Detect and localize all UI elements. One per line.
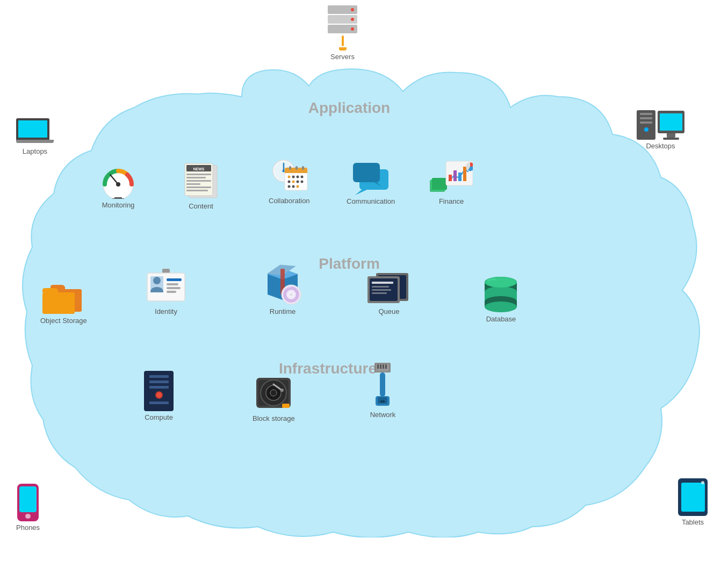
- runtime-icon: [263, 263, 302, 305]
- laptops-label: Laptops: [23, 147, 47, 155]
- svg-rect-4: [112, 198, 124, 199]
- svg-point-67: [290, 293, 293, 296]
- svg-rect-39: [353, 163, 380, 182]
- svg-rect-95: [380, 364, 381, 369]
- network-label: Network: [370, 411, 396, 419]
- content-label: Content: [189, 202, 213, 210]
- collaboration-label: Collaboration: [269, 197, 310, 205]
- svg-point-27: [292, 176, 295, 178]
- svg-rect-45: [449, 175, 452, 181]
- servers-item: Servers: [328, 5, 357, 61]
- tablets-icon: [678, 478, 708, 516]
- svg-rect-74: [372, 289, 391, 291]
- tablets-label: Tablets: [682, 518, 704, 526]
- svg-rect-58: [167, 287, 181, 289]
- runtime-item: Runtime: [263, 263, 302, 315]
- svg-rect-11: [186, 180, 211, 182]
- tablets-item: Tablets: [678, 478, 708, 526]
- svg-rect-23: [289, 166, 291, 170]
- phones-label: Phones: [16, 523, 40, 532]
- compute-icon: [144, 371, 174, 411]
- svg-rect-9: [186, 174, 211, 175]
- network-item: Network: [368, 363, 398, 419]
- identity-item: Identity: [145, 269, 187, 315]
- svg-point-34: [288, 185, 291, 188]
- database-icon: [481, 274, 521, 313]
- servers-label: Servers: [330, 53, 355, 61]
- svg-rect-12: [186, 183, 200, 185]
- svg-rect-57: [167, 283, 178, 285]
- communication-item: Communication: [347, 159, 395, 205]
- svg-point-32: [297, 181, 299, 183]
- finance-item: Finance: [430, 159, 473, 205]
- database-item: Database: [481, 274, 521, 323]
- svg-point-2: [116, 182, 120, 186]
- svg-rect-46: [453, 170, 457, 181]
- application-label: Application: [269, 99, 430, 117]
- monitoring-label: Monitoring: [102, 201, 135, 209]
- object-storage-item: Object Storage: [40, 279, 87, 325]
- svg-rect-25: [302, 166, 304, 170]
- servers-icon: [328, 5, 357, 51]
- compute-label: Compute: [145, 413, 173, 421]
- svg-rect-96: [383, 364, 384, 369]
- desktops-item: Desktops: [637, 110, 684, 150]
- monitoring-icon: [99, 164, 137, 199]
- svg-rect-56: [167, 278, 182, 281]
- communication-label: Communication: [347, 197, 395, 205]
- svg-point-82: [485, 302, 517, 312]
- svg-rect-14: [186, 190, 208, 191]
- svg-rect-43: [432, 178, 447, 190]
- svg-point-83: [485, 277, 517, 288]
- monitoring-item: Monitoring: [99, 164, 137, 209]
- svg-point-55: [153, 277, 161, 284]
- svg-point-31: [292, 181, 295, 183]
- collaboration-item: Collaboration: [269, 156, 310, 205]
- svg-rect-94: [377, 364, 379, 369]
- svg-rect-51: [42, 292, 75, 314]
- collaboration-icon: [270, 156, 308, 195]
- svg-point-35: [292, 185, 295, 188]
- svg-point-88: [270, 390, 277, 396]
- svg-point-90: [280, 389, 284, 392]
- identity-label: Identity: [155, 307, 177, 315]
- block-storage-icon: [254, 374, 293, 412]
- queue-icon: [365, 269, 413, 305]
- svg-rect-13: [186, 186, 211, 188]
- desktops-icon: [637, 110, 684, 140]
- svg-point-30: [288, 181, 291, 183]
- svg-point-36: [297, 185, 299, 188]
- identity-icon: [145, 269, 187, 305]
- svg-rect-97: [385, 364, 387, 369]
- compute-item: Compute: [144, 371, 174, 421]
- laptops-item: Laptops: [16, 118, 54, 155]
- queue-item: Queue: [365, 269, 413, 315]
- block-storage-item: Block storage: [253, 374, 295, 422]
- desktops-label: Desktops: [646, 142, 675, 150]
- phones-item: Phones: [16, 484, 40, 532]
- svg-point-26: [288, 176, 291, 178]
- svg-rect-22: [285, 171, 307, 173]
- svg-rect-10: [186, 177, 206, 178]
- svg-rect-75: [372, 292, 387, 294]
- finance-icon: [430, 159, 473, 195]
- svg-text:NEWS: NEWS: [193, 167, 205, 171]
- svg-point-33: [301, 181, 304, 183]
- cloud-shape: [16, 64, 709, 537]
- laptops-icon: [16, 118, 54, 145]
- object-storage-label: Object Storage: [40, 317, 87, 325]
- svg-rect-59: [167, 291, 176, 293]
- block-storage-label: Block storage: [253, 414, 295, 422]
- finance-label: Finance: [439, 197, 464, 205]
- svg-rect-91: [282, 404, 290, 408]
- svg-rect-47: [458, 173, 462, 181]
- queue-label: Queue: [378, 307, 399, 315]
- svg-point-28: [297, 176, 299, 178]
- communication-icon: [350, 159, 392, 195]
- svg-rect-72: [372, 282, 393, 284]
- content-icon: NEWS: [183, 161, 219, 200]
- svg-point-29: [301, 176, 304, 178]
- svg-rect-101: [380, 400, 385, 403]
- network-icon: [368, 363, 398, 408]
- phones-icon: [17, 484, 39, 521]
